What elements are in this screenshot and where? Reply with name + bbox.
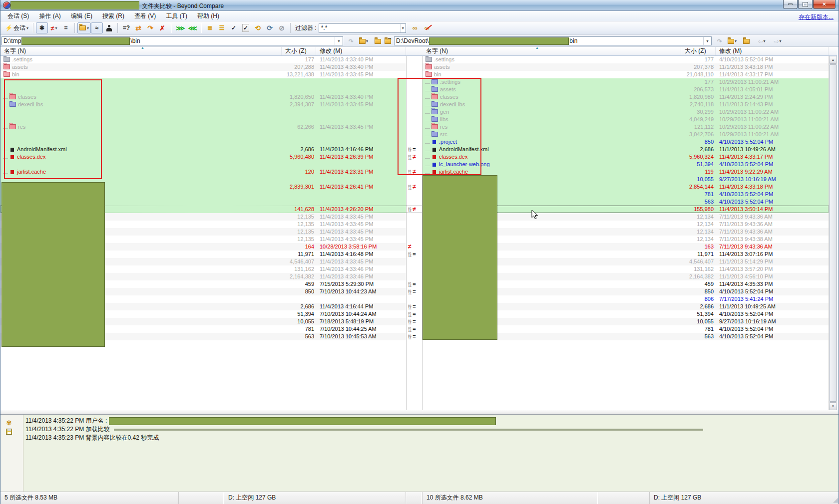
file-row[interactable]: res62,26611/4/2013 4:33:45 PMres121,1121… [0,123,829,131]
rules-button[interactable]: =? [120,22,132,33]
file-row[interactable]: .project8504/10/2013 5:52:04 PM [0,138,829,146]
menu-item-3[interactable]: 搜索 (R) [97,11,129,21]
menu-item-6[interactable]: 帮助 (H) [192,11,224,21]
back-button[interactable]: ⇦▾ [755,36,769,46]
file-row[interactable]: 2,164,38211/4/2013 4:33:46 PM2,164,38211… [0,273,829,280]
file-row[interactable]: libs4,049,24910/29/2013 11:00:21 AM [0,116,829,123]
right-header-name[interactable]: 名字 (N) [422,47,681,55]
left-browse-button[interactable]: ▾ [357,36,370,46]
refresh-button[interactable]: ⟳ [264,22,276,33]
vertical-scrollbar[interactable]: ▲ ▼ [829,56,837,410]
left-up-two-button[interactable]: ⇈ [383,36,393,46]
left-up-folder-button[interactable]: ↑ [372,36,382,46]
menu-item-0[interactable]: 会话 (S) [2,11,34,21]
menu-item-2[interactable]: 编辑 (E) [66,11,97,21]
show-differences-button[interactable]: ≠▾ [48,22,60,33]
left-path-input[interactable]: D:\tmp\bin ▾ [1,36,343,45]
expand-all-button[interactable]: ≣ [204,22,216,33]
file-row[interactable]: ic_launcher-web.png51,3944/10/2013 5:52:… [0,161,829,168]
file-row[interactable]: 4597/15/2013 5:29:30 PM01 11=45911/4/201… [0,280,829,288]
scrollbar-thumb[interactable] [829,64,837,402]
delete-button[interactable]: ✗ [156,22,168,33]
filter-combobox[interactable]: *.* ▾ [319,23,406,33]
scroll-up-button[interactable]: ▲ [829,56,837,64]
right-path-input[interactable]: D:\DevRoot\bin ▾ [394,36,712,45]
file-row[interactable]: assets206,57311/4/2013 4:05:01 PM [0,86,829,93]
update-available-link[interactable]: 存在新版本... [799,13,834,21]
log-line: 11/4/2013 4:35:22 PM 用户名 : [25,417,703,425]
file-row[interactable]: 8067/17/2013 5:41:24 PM [0,295,829,303]
right-header-modified[interactable]: 修改 (M) [716,47,829,55]
file-row[interactable]: 51,3947/10/2013 10:44:24 AM01 11=51,3944… [0,310,829,318]
user-filter-button[interactable] [103,22,115,33]
file-row[interactable]: 5634/10/2013 5:52:04 PM [0,198,829,206]
file-row[interactable]: 8507/10/2013 10:44:23 AM01 11=8504/10/20… [0,288,829,295]
show-folders-button[interactable]: ▾ [77,22,91,33]
file-row[interactable]: jarlist.cache12011/4/2013 4:23:31 PM01 1… [0,168,829,176]
right-path-dropdown[interactable]: ▾ [703,37,711,45]
file-row[interactable]: classes.dex5,960,48011/4/2013 4:26:39 PM… [0,153,829,161]
stop-button[interactable]: ⊘ [276,22,288,33]
file-row[interactable]: .settings17710/29/2013 11:00:21 AM [0,78,829,86]
scroll-down-button[interactable]: ▼ [829,402,837,410]
file-row[interactable]: 4,546,40711/4/2013 4:33:45 PM4,546,40711… [0,258,829,265]
menu-item-1[interactable]: 操作 (A) [34,11,65,21]
file-row[interactable]: 10,0557/18/2013 5:48:19 PM01 11=10,0559/… [0,318,829,325]
file-row[interactable]: 16410/28/2013 3:58:16 PM≠1637/11/2013 9:… [0,243,829,251]
file-row[interactable]: 141,62811/4/2013 4:26:20 PM01 11≠155,980… [0,206,829,213]
right-browse-button[interactable]: ▾ [726,36,739,46]
file-row[interactable]: 11,97111/4/2013 4:16:48 PM01 11=11,97111… [0,251,829,258]
left-header-size[interactable]: 大小 (Z) [282,47,316,55]
copy-to-right-button[interactable]: ⋙ [174,22,186,33]
left-swap-icon[interactable]: ↷ [346,36,356,46]
left-path-dropdown[interactable]: ▾ [335,37,343,45]
compare-contents-button[interactable]: ✓ [228,22,240,33]
log-options-button[interactable]: ✾ [5,419,13,427]
copy-to-left-button[interactable]: ⋘ [186,22,199,33]
file-row[interactable]: 131,16211/4/2013 4:33:46 PM131,16211/4/2… [0,265,829,273]
file-row[interactable]: 12,13511/4/2013 4:33:45 PM12,1347/11/201… [0,236,829,243]
file-row[interactable]: .settings17711/4/2013 4:33:40 PM.setting… [0,56,829,63]
hide-filtered-button[interactable]: ∞ [421,22,433,33]
file-row[interactable]: 2,839,30111/4/2013 4:26:41 PM01 11≠2,854… [0,183,829,191]
file-row[interactable]: bin13,221,43811/4/2013 4:33:45 PMbin21,0… [0,71,829,78]
file-row[interactable]: AndroidManifest.xml2,68611/4/2013 4:16:4… [0,146,829,153]
pane-splitter[interactable] [0,410,839,414]
file-row[interactable]: 7814/10/2013 5:52:04 PM [0,191,829,198]
menu-item-4[interactable]: 查看 (V) [129,11,161,21]
session-button[interactable]: ⚡ 会话 ▾ [3,22,30,33]
file-row[interactable]: 7817/10/2013 10:44:25 AM01 11=7814/10/20… [0,325,829,333]
file-row[interactable]: src3,042,70610/29/2013 11:00:21 AM [0,131,829,138]
file-row[interactable]: assets207,28811/4/2013 4:33:40 PMassets2… [0,63,829,71]
forward-button[interactable]: ⇨▾ [771,36,785,46]
show-same-button[interactable]: = [60,22,72,33]
file-row[interactable]: 12,13511/4/2013 4:33:45 PM12,1347/11/201… [0,221,829,228]
mirror-button[interactable]: ↷ [144,22,156,33]
left-header-modified[interactable]: 修改 (M) [316,47,406,55]
show-all-files-button[interactable]: ✱ [36,22,48,33]
align-files-button[interactable]: ⟲ [252,22,264,33]
file-row[interactable]: 10,0559/27/2013 10:16:19 AM [0,176,829,183]
minimize-button[interactable] [783,0,798,9]
maximize-button[interactable] [798,0,813,9]
close-button[interactable]: ✕ [813,0,836,9]
menu-item-5[interactable]: 工具 (T) [161,11,192,21]
crc-compare-button[interactable]: ✓ [240,22,252,33]
right-header-size[interactable]: 大小 (Z) [681,47,716,55]
file-row[interactable]: 12,13511/4/2013 4:33:45 PM12,1347/11/201… [0,228,829,236]
file-row[interactable]: classes1,820,65011/4/2013 4:33:40 PMclas… [0,93,829,101]
file-size-right: 4,546,407 [681,258,716,265]
flatten-folders-button[interactable]: ☰ [216,22,228,33]
swap-sides-button[interactable]: ⇄ [132,22,144,33]
file-row[interactable]: gen30,29910/29/2013 11:00:22 AM [0,108,829,116]
file-row[interactable]: 5637/10/2013 10:45:53 AM01 11=5634/10/20… [0,333,829,340]
save-log-button[interactable] [5,428,13,436]
show-filtered-button[interactable]: ∞ [409,22,421,33]
file-row[interactable]: dexedLibs2,394,30711/4/2013 4:33:45 PMde… [0,101,829,108]
ignore-unimportant-button[interactable]: ≈ [91,22,103,33]
right-up-folder-button[interactable]: ↑ [741,36,751,46]
resize-grip[interactable]: ◢ [833,496,838,504]
file-row[interactable]: 2,68611/4/2013 4:16:44 PM01 11=2,68611/1… [0,303,829,310]
right-swap-icon[interactable]: ↷ [715,36,725,46]
file-row[interactable]: 12,13511/4/2013 4:33:45 PM12,1347/11/201… [0,213,829,221]
